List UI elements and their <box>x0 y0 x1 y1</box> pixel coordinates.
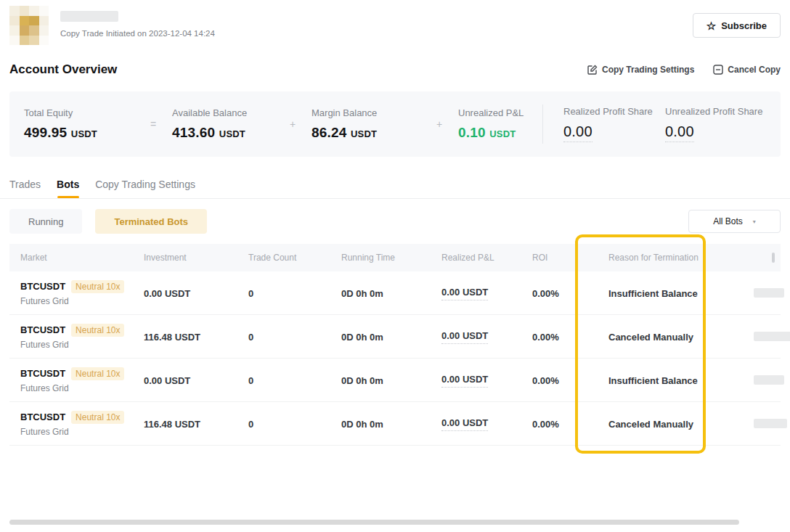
trade-count-value: 0 <box>248 375 253 386</box>
col-market: Market <box>9 253 133 263</box>
col-reason-for-termination: Reason for Termination <box>598 253 743 263</box>
table-header-row: Market Investment Trade Count Running Ti… <box>9 244 781 271</box>
running-time-value: 0D 0h 0m <box>341 419 383 430</box>
market-pair: BTCUSDT <box>20 412 65 422</box>
account-overview-row: Account Overview Copy Trading Settings <box>0 62 790 77</box>
stat-unrealized-pnl: Unrealized P&L 0.10 USDT <box>458 107 538 141</box>
tab-bots[interactable]: Bots <box>57 179 79 198</box>
market-pair: BTCUSDT <box>20 324 65 335</box>
horizontal-scrollbar[interactable] <box>9 520 739 525</box>
all-bots-dropdown[interactable]: All Bots ▾ <box>688 210 781 233</box>
tab-trades[interactable]: Trades <box>9 179 41 198</box>
page-title: Account Overview <box>9 62 117 77</box>
investment-value: 0.00 USDT <box>144 375 190 386</box>
termination-reason: Insufficient Balance <box>608 288 698 299</box>
main-tabs: Trades Bots Copy Trading Settings <box>0 179 790 199</box>
col-trade-count: Trade Count <box>237 253 330 263</box>
vertical-scrollbar-thumb[interactable] <box>772 253 775 263</box>
stat-available-balance: Available Balance 413.60 USDT <box>172 107 274 141</box>
stat-margin-balance: Margin Balance 86.24 USDT <box>311 107 420 141</box>
strategy-label: Futures Grid <box>20 427 133 437</box>
running-time-value: 0D 0h 0m <box>341 288 383 299</box>
terminated-bots-table: Market Investment Trade Count Running Ti… <box>9 244 781 446</box>
running-time-value: 0D 0h 0m <box>341 332 383 343</box>
running-time-value: 0D 0h 0m <box>341 375 383 386</box>
copy-trading-settings-button[interactable]: Copy Trading Settings <box>587 65 694 75</box>
terminated-bots-filter-pill[interactable]: Terminated Bots <box>95 209 207 234</box>
equals-operator: = <box>134 118 172 130</box>
star-icon: ☆ <box>706 20 716 31</box>
redacted-trader-name <box>60 11 118 22</box>
redacted-action <box>754 419 787 428</box>
roi-value: 0.00% <box>532 419 559 430</box>
redacted-action <box>754 375 784 385</box>
termination-reason: Insufficient Balance <box>608 375 698 386</box>
market-pair: BTCUSDT <box>20 281 65 292</box>
col-investment: Investment <box>133 253 237 263</box>
avatar <box>9 6 49 45</box>
account-stats-panel: Total Equity 499.95 USDT = Available Bal… <box>9 91 781 157</box>
col-running-time: Running Time <box>330 253 431 263</box>
running-filter-pill[interactable]: Running <box>9 209 82 234</box>
leverage-badge: Neutral 10x <box>71 324 124 337</box>
strategy-label: Futures Grid <box>20 383 133 393</box>
roi-value: 0.00% <box>532 332 559 343</box>
chevron-down-icon: ▾ <box>753 218 756 225</box>
stat-unrealized-profit-share: Unrealized Profit Share 0.00 <box>665 106 781 142</box>
termination-reason: Canceled Manually <box>608 419 693 430</box>
termination-reason: Canceled Manually <box>608 332 693 343</box>
minus-square-icon <box>713 65 723 75</box>
table-row: BTCUSDT Neutral 10x Futures Grid 116.48 … <box>9 402 781 446</box>
investment-value: 0.00 USDT <box>144 288 190 299</box>
table-row: BTCUSDT Neutral 10x Futures Grid 0.00 US… <box>9 359 781 402</box>
page-header: Copy Trade Initiated on 2023-12-04 14:24… <box>0 0 790 45</box>
stat-total-equity: Total Equity 499.95 USDT <box>24 107 134 141</box>
col-roi: ROI <box>521 253 598 263</box>
table-row: BTCUSDT Neutral 10x Futures Grid 116.48 … <box>9 315 781 359</box>
leverage-badge: Neutral 10x <box>71 411 124 424</box>
realized-pnl-value: 0.00 USDT <box>441 330 488 344</box>
realized-pnl-value: 0.00 USDT <box>441 417 488 431</box>
copy-trading-page: Copy Trade Initiated on 2023-12-04 14:24… <box>0 0 790 532</box>
subscribe-label: Subscribe <box>721 20 767 31</box>
bots-filter-row: Running Terminated Bots All Bots ▾ <box>9 209 781 234</box>
leverage-badge: Neutral 10x <box>71 280 124 293</box>
edit-icon <box>587 65 598 75</box>
roi-value: 0.00% <box>532 375 559 386</box>
strategy-label: Futures Grid <box>20 340 133 350</box>
roi-value: 0.00% <box>532 288 559 299</box>
investment-value: 116.48 USDT <box>144 419 200 430</box>
tab-copy-trading-settings[interactable]: Copy Trading Settings <box>95 179 195 198</box>
cancel-copy-button[interactable]: Cancel Copy <box>713 65 781 75</box>
redacted-action <box>754 332 790 341</box>
leverage-badge: Neutral 10x <box>71 367 124 380</box>
subscribe-button[interactable]: ☆ Subscribe <box>693 13 781 38</box>
redacted-action <box>754 288 784 298</box>
col-realized-pnl: Realized P&L <box>431 253 521 263</box>
table-row: BTCUSDT Neutral 10x Futures Grid 0.00 US… <box>9 271 781 315</box>
stat-realized-profit-share: Realized Profit Share 0.00 <box>563 106 665 142</box>
trade-count-value: 0 <box>248 419 253 430</box>
realized-pnl-value: 0.00 USDT <box>441 287 488 300</box>
trade-count-value: 0 <box>248 288 253 299</box>
plus-operator: + <box>420 118 458 130</box>
trade-count-value: 0 <box>248 332 253 343</box>
trader-info: Copy Trade Initiated on 2023-12-04 14:24 <box>9 6 215 45</box>
investment-value: 116.48 USDT <box>144 332 200 343</box>
plus-operator: + <box>274 118 311 130</box>
stats-divider <box>542 105 543 144</box>
strategy-label: Futures Grid <box>20 296 133 306</box>
market-pair: BTCUSDT <box>20 368 65 379</box>
copy-initiated-text: Copy Trade Initiated on 2023-12-04 14:24 <box>60 29 215 38</box>
realized-pnl-value: 0.00 USDT <box>441 374 488 388</box>
